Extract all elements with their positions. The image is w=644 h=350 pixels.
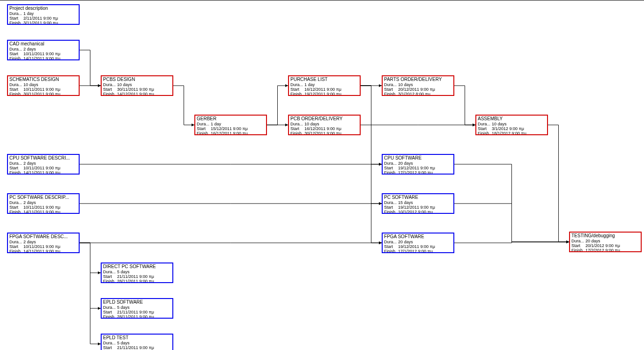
label-finish: Finish [384, 210, 398, 214]
value-start: 3/1/2012 9:00 πμ [492, 126, 546, 131]
edge-fpga-software-desc-to-epld-software [80, 243, 101, 308]
value-duration: 10 days [23, 82, 77, 87]
edge-purchase-list-to-pc-software [361, 86, 382, 204]
label-duration: Dura... [478, 122, 492, 126]
value-start: 20/1/2012 9:00 πμ [585, 243, 639, 248]
label-finish: Finish [290, 131, 304, 135]
task-parts-order-delivery[interactable]: PARTS ORDER/DELIVERYDura...10 daysStart2… [382, 75, 454, 96]
label-start: Start [384, 166, 398, 170]
label-start: Start [571, 243, 585, 248]
task-finish-row: Finish14/11/2011 9:00 πμ [9, 210, 77, 214]
value-duration: 1 day [23, 11, 77, 16]
task-testing-debugging[interactable]: TESTING/debuggingDura...20 daysStart20/1… [569, 232, 642, 252]
value-start: 10/11/2011 9:00 πμ [23, 205, 77, 210]
value-duration: 2 days [23, 240, 77, 244]
task-fpga-software[interactable]: FPGA SOFTWAREDura...20 daysStart19/12/20… [382, 233, 454, 253]
label-duration: Dura... [103, 82, 117, 87]
value-start: 10/11/2011 9:00 πμ [23, 244, 77, 249]
edge-cpu-software-to-testing-debugging [454, 164, 569, 242]
task-schematics-design[interactable]: SCHEMATICS DESIGNDura...10 daysStart10/1… [7, 75, 80, 96]
task-title: CPU SOFTWARE DESCRI... [9, 156, 77, 160]
task-start-row: Start21/11/2011 9:00 πμ [103, 345, 171, 350]
task-start-row: Start30/11/2011 9:00 πμ [103, 87, 171, 92]
task-epld-software[interactable]: EPLD SOFTWAREDura...5 daysStart21/11/201… [101, 298, 173, 319]
value-finish: 17/1/2012 9:00 πμ [398, 249, 452, 253]
edge-gerber-to-purchase-list [267, 86, 288, 125]
label-duration: Dura... [9, 200, 23, 205]
task-title: TESTING/debugging [571, 233, 639, 238]
task-pcb-order-delivery[interactable]: PCB ORDER/DELIVERYDura...10 daysStart16/… [288, 115, 361, 135]
task-pcbs-design[interactable]: PCBS DESIGNDura...10 daysStart30/11/2011… [101, 75, 173, 96]
task-cad-mechanical[interactable]: CAD mechanicalDura...2 daysStart10/11/20… [7, 40, 80, 60]
task-direct-pc-software[interactable]: DIRECT PC SOFTWAREDura...5 daysStart21/1… [101, 262, 173, 283]
label-start: Start [197, 126, 211, 131]
label-duration: Dura... [103, 341, 117, 345]
label-start: Start [384, 87, 398, 92]
value-finish: 30/11/2011 9:00 πμ [23, 92, 77, 96]
value-finish: 28/11/2011 9:00 πμ [117, 279, 171, 283]
task-duration-row: Dura...5 days [103, 305, 171, 310]
value-finish: 10/1/2012 9:00 πμ [398, 210, 452, 214]
task-start-row: Start10/11/2011 9:00 πμ [9, 244, 77, 249]
label-duration: Dura... [9, 47, 23, 51]
value-start: 10/11/2011 9:00 πμ [23, 51, 77, 56]
label-duration: Dura... [384, 240, 398, 244]
edge-pcbs-design-to-gerber [173, 86, 194, 125]
label-start: Start [384, 205, 398, 210]
task-start-row: Start20/1/2012 9:00 πμ [571, 243, 639, 248]
task-title: SCHEMATICS DESIGN [9, 77, 77, 82]
value-duration: 2 days [23, 47, 77, 51]
value-duration: 1 day [211, 122, 265, 126]
task-pc-software[interactable]: PC SOFTWAREDura...15 daysStart19/12/2011… [382, 193, 454, 214]
label-start: Start [290, 126, 304, 131]
task-epld-test[interactable]: EPLD TESTDura...5 daysStart21/11/2011 9:… [101, 334, 173, 350]
value-finish: 19/12/2011 9:00 πμ [304, 92, 358, 96]
value-start: 10/11/2011 9:00 πμ [23, 87, 77, 92]
task-gerber[interactable]: GERBERDura...1 dayStart15/12/2011 9:00 π… [194, 115, 267, 135]
task-pc-software-descrip[interactable]: PC SOFTWARE DESCRIP...Dura...2 daysStart… [7, 193, 80, 214]
task-finish-row: Finish28/11/2011 9:00 πμ [103, 314, 171, 319]
label-finish: Finish [197, 131, 211, 135]
value-duration: 10 days [492, 122, 546, 126]
label-duration: Dura... [103, 270, 117, 274]
value-finish: 3/11/2011 9:00 πμ [23, 21, 77, 25]
label-start: Start [103, 274, 117, 279]
task-title: CPU SOFTWARE [384, 156, 452, 160]
value-duration: 10 days [398, 82, 452, 87]
task-assembly[interactable]: ASSEMBLYDura...10 daysStart3/1/2012 9:00… [475, 115, 548, 135]
task-project-description[interactable]: Project descriptionDura...1 dayStart2/11… [7, 4, 80, 25]
label-finish: Finish [9, 21, 23, 25]
task-title: FPGA SOFTWARE DESC... [9, 234, 77, 239]
label-duration: Dura... [571, 239, 585, 243]
task-start-row: Start21/11/2011 9:00 πμ [103, 274, 171, 279]
task-finish-row: Finish14/11/2011 9:00 πμ [9, 56, 77, 60]
network-diagram-canvas: Project descriptionDura...1 dayStart2/11… [0, 0, 644, 350]
task-start-row: Start10/11/2011 9:00 πμ [9, 205, 77, 210]
value-start: 19/12/2011 9:00 πμ [398, 205, 452, 210]
edge-pc-software-to-testing-debugging [454, 204, 569, 242]
task-fpga-software-desc[interactable]: FPGA SOFTWARE DESC...Dura...2 daysStart1… [7, 233, 80, 253]
value-finish: 14/11/2011 9:00 πμ [23, 56, 77, 60]
edge-fpga-software-to-testing-debugging [454, 242, 569, 243]
task-duration-row: Dura...1 day [290, 82, 358, 87]
value-finish: 18/1/2012 9:00 πμ [492, 131, 546, 135]
value-finish: 14/12/2011 9:00 πμ [117, 92, 171, 96]
label-duration: Dura... [384, 200, 398, 205]
value-finish: 3/1/2012 8:00 πμ [398, 92, 452, 96]
task-title: DIRECT PC SOFTWARE [103, 264, 171, 269]
task-purchase-list[interactable]: PURCHASE LISTDura...1 dayStart16/12/2011… [288, 75, 361, 96]
task-finish-row: Finish17/1/2012 9:00 πμ [384, 170, 452, 175]
value-start: 30/11/2011 9:00 πμ [117, 87, 171, 92]
task-finish-row: Finish10/1/2012 9:00 πμ [384, 210, 452, 214]
task-finish-row: Finish19/12/2011 9:00 πμ [290, 92, 358, 96]
task-cpu-software[interactable]: CPU SOFTWAREDura...20 daysStart19/12/201… [382, 154, 454, 175]
task-cpu-software-descri[interactable]: CPU SOFTWARE DESCRI...Dura...2 daysStart… [7, 154, 80, 175]
task-title: PCBS DESIGN [103, 77, 171, 82]
label-start: Start [384, 244, 398, 249]
label-finish: Finish [290, 92, 304, 96]
edge-fpga-software-desc-to-epld-test [80, 243, 101, 344]
edge-purchase-list-to-fpga-software [361, 86, 382, 243]
task-start-row: Start10/11/2011 9:00 πμ [9, 51, 77, 56]
value-duration: 15 days [398, 200, 452, 205]
value-duration: 5 days [117, 341, 171, 345]
